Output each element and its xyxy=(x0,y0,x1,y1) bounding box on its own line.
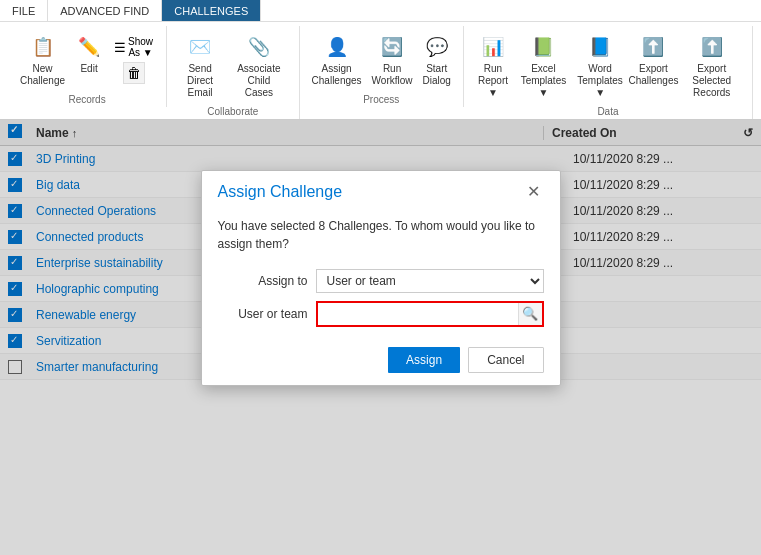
collaborate-group-label: Collaborate xyxy=(175,104,291,119)
edit-icon: ✏️ xyxy=(75,33,103,61)
user-or-team-row: User or team 🔍 xyxy=(218,301,544,327)
run-report-button[interactable]: 📊 RunReport ▼ xyxy=(472,30,514,102)
run-report-icon: 📊 xyxy=(479,33,507,61)
assign-challenges-button[interactable]: 👤 AssignChallenges xyxy=(308,30,366,90)
export-selected-icon: ⬆️ xyxy=(698,33,726,61)
user-or-team-label: User or team xyxy=(218,307,308,321)
assign-challenges-label: AssignChallenges xyxy=(312,63,362,87)
send-direct-email-label: Send DirectEmail xyxy=(179,63,221,99)
dialog-form: Assign to User or team User or team 🔍 xyxy=(218,269,544,327)
word-templates-icon: 📘 xyxy=(586,33,614,61)
start-dialog-icon: 💬 xyxy=(423,33,451,61)
excel-templates-label: ExcelTemplates ▼ xyxy=(520,63,567,99)
run-workflow-label: RunWorkflow xyxy=(372,63,413,87)
search-icon: 🔍 xyxy=(522,306,538,321)
assign-to-row: Assign to User or team xyxy=(218,269,544,293)
associate-child-cases-icon: 📎 xyxy=(245,33,273,61)
ribbon: 📋 NewChallenge ✏️ Edit ☰ ShowAs ▼ 🗑 xyxy=(0,22,761,120)
run-workflow-icon: 🔄 xyxy=(378,33,406,61)
send-direct-email-button[interactable]: ✉️ Send DirectEmail xyxy=(175,30,225,102)
run-workflow-button[interactable]: 🔄 RunWorkflow xyxy=(368,30,417,90)
dialog-header: Assign Challenge ✕ xyxy=(202,171,560,209)
show-as-label: ShowAs ▼ xyxy=(128,36,153,58)
process-group-label: Process xyxy=(308,92,455,107)
show-as-button[interactable]: ☰ ShowAs ▼ xyxy=(111,34,156,60)
dialog-footer: Assign Cancel xyxy=(202,339,560,385)
assign-to-label: Assign to xyxy=(218,274,308,288)
export-selected-button[interactable]: ⬆️ Export SelectedRecords xyxy=(679,30,744,102)
excel-templates-button[interactable]: 📗 ExcelTemplates ▼ xyxy=(516,30,571,102)
dialog-body: You have selected 8 Challenges. To whom … xyxy=(202,209,560,339)
edit-button[interactable]: ✏️ Edit xyxy=(71,30,107,78)
dialog-close-button[interactable]: ✕ xyxy=(523,184,544,200)
send-direct-email-icon: ✉️ xyxy=(186,33,214,61)
tab-challenges[interactable]: CHALLENGES xyxy=(162,0,261,21)
run-report-label: RunReport ▼ xyxy=(476,63,510,99)
dialog-description: You have selected 8 Challenges. To whom … xyxy=(218,217,544,253)
associate-child-cases-button[interactable]: 📎 Associate ChildCases xyxy=(227,30,290,102)
export-selected-label: Export SelectedRecords xyxy=(683,63,740,99)
tab-file[interactable]: FILE xyxy=(0,0,48,21)
records-group-label: Records xyxy=(16,92,158,107)
data-group-label: Data xyxy=(472,104,744,119)
ribbon-group-records: 📋 NewChallenge ✏️ Edit ☰ ShowAs ▼ 🗑 xyxy=(8,26,167,107)
export-challenges-button[interactable]: ⬆️ ExportChallenges xyxy=(629,30,677,90)
export-challenges-icon: ⬆️ xyxy=(639,33,667,61)
new-challenge-label: NewChallenge xyxy=(20,63,65,87)
new-challenge-icon: 📋 xyxy=(29,33,57,61)
ribbon-group-data: 📊 RunReport ▼ 📗 ExcelTemplates ▼ 📘 WordT… xyxy=(464,26,753,119)
user-or-team-field: 🔍 xyxy=(316,301,544,327)
tab-bar: FILE ADVANCED FIND CHALLENGES xyxy=(0,0,761,22)
cancel-button[interactable]: Cancel xyxy=(468,347,543,373)
new-challenge-button[interactable]: 📋 NewChallenge xyxy=(16,30,69,90)
ribbon-group-collaborate: ✉️ Send DirectEmail 📎 Associate ChildCas… xyxy=(167,26,300,119)
ribbon-group-process: 👤 AssignChallenges 🔄 RunWorkflow 💬 Start… xyxy=(300,26,464,107)
assign-to-field: User or team xyxy=(316,269,544,293)
word-templates-label: WordTemplates ▼ xyxy=(577,63,624,99)
start-dialog-button[interactable]: 💬 StartDialog xyxy=(419,30,455,90)
assign-challenges-icon: 👤 xyxy=(323,33,351,61)
delete-button[interactable]: 🗑 xyxy=(123,62,145,84)
user-or-team-input-wrap: 🔍 xyxy=(316,301,544,327)
dialog-title: Assign Challenge xyxy=(218,183,343,201)
assign-button[interactable]: Assign xyxy=(388,347,460,373)
delete-icon: 🗑 xyxy=(127,65,141,81)
assign-to-select[interactable]: User or team xyxy=(316,269,544,293)
tab-advanced-find[interactable]: ADVANCED FIND xyxy=(48,0,162,21)
start-dialog-label: StartDialog xyxy=(423,63,451,87)
user-or-team-input[interactable] xyxy=(318,303,518,325)
show-as-icon: ☰ xyxy=(114,40,126,55)
user-or-team-search-button[interactable]: 🔍 xyxy=(518,303,542,325)
export-challenges-label: ExportChallenges xyxy=(628,63,678,87)
word-templates-button[interactable]: 📘 WordTemplates ▼ xyxy=(573,30,628,102)
edit-label: Edit xyxy=(80,63,97,75)
associate-child-cases-label: Associate ChildCases xyxy=(231,63,286,99)
assign-challenge-dialog: Assign Challenge ✕ You have selected 8 C… xyxy=(201,170,561,386)
excel-templates-icon: 📗 xyxy=(529,33,557,61)
